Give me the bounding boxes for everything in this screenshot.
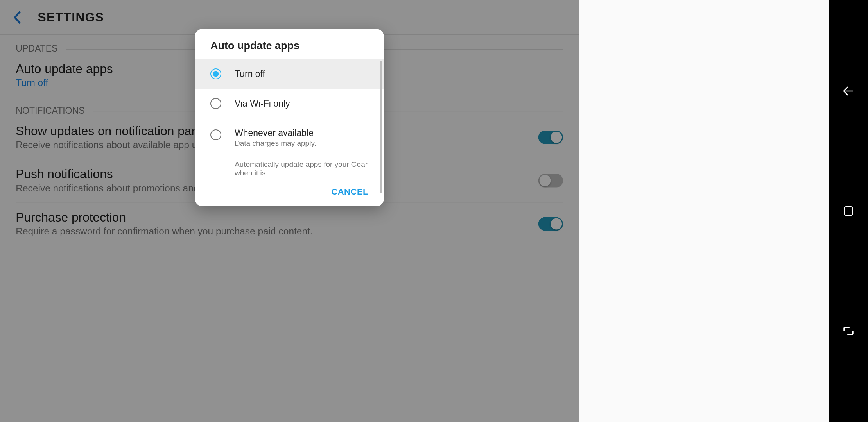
system-nav-bar	[829, 0, 868, 422]
radio-icon	[210, 129, 221, 140]
scrollbar[interactable]	[380, 61, 382, 193]
dialog-title: Auto update apps	[195, 29, 384, 59]
radio-option-whenever[interactable]: Whenever available Data charges may appl…	[210, 118, 368, 157]
radio-option-wifi-only[interactable]: Via Wi-Fi only	[210, 89, 368, 118]
radio-option-turn-off[interactable]: Turn off	[195, 59, 384, 89]
nav-recent-icon[interactable]	[841, 323, 856, 339]
nav-back-icon[interactable]	[841, 83, 856, 99]
svg-rect-0	[844, 207, 852, 215]
auto-update-dialog: Auto update apps Turn off Via Wi-Fi only…	[195, 29, 384, 206]
dialog-content: Turn off Via Wi-Fi only Whenever availab…	[195, 59, 384, 177]
radio-icon	[210, 68, 221, 79]
radio-icon	[210, 98, 221, 109]
dialog-description: Automatically update apps for your Gear …	[210, 157, 368, 177]
nav-home-icon[interactable]	[841, 203, 856, 219]
cancel-button[interactable]: CANCEL	[331, 187, 368, 197]
